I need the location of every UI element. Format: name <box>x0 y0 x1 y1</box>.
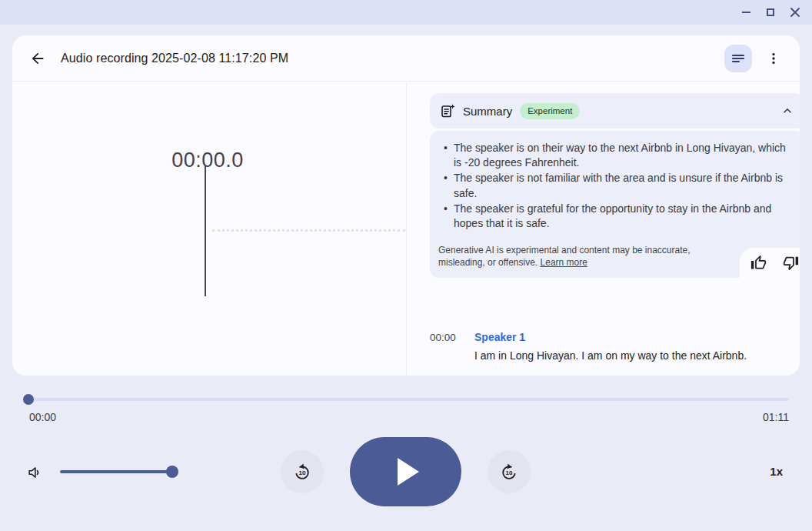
thumbs-up-button[interactable] <box>744 249 772 277</box>
rewind-10-button[interactable]: 10 <box>281 450 324 493</box>
more-options-button[interactable] <box>760 45 787 72</box>
volume-slider[interactable] <box>60 470 174 473</box>
elapsed-time: 00:00 <box>29 411 56 423</box>
arrow-left-icon <box>29 50 46 67</box>
thumbs-down-button[interactable] <box>777 249 800 277</box>
experiment-badge: Experiment <box>520 103 580 119</box>
summary-note-sparkle-icon <box>440 103 456 119</box>
transcript-timestamp: 00:00 <box>430 332 456 343</box>
back-button[interactable] <box>22 43 53 74</box>
svg-text:10: 10 <box>298 469 306 476</box>
seek-slider[interactable] <box>23 398 789 401</box>
summary-body: The speaker is on their way to the next … <box>430 131 800 278</box>
recording-card: Audio recording 2025-02-08 11:17:20 PM 0… <box>12 35 800 376</box>
minimize-button[interactable] <box>734 0 758 25</box>
kebab-menu-icon <box>766 51 781 66</box>
speaker-label[interactable]: Speaker 1 <box>474 331 525 343</box>
play-icon <box>398 458 419 486</box>
play-button[interactable] <box>350 437 461 506</box>
thumbs-up-icon <box>750 255 767 271</box>
summary-feedback <box>740 248 800 278</box>
summary-header[interactable]: Summary Experiment <box>430 93 800 129</box>
transcript-lines-icon <box>730 51 746 66</box>
header-actions <box>724 45 787 72</box>
thumbs-down-icon <box>783 255 799 271</box>
window-titlebar <box>0 0 812 25</box>
genai-disclaimer: Generative AI is experimental and conten… <box>438 244 734 269</box>
svg-text:10: 10 <box>505 469 513 476</box>
replay-10-icon: 10 <box>292 462 312 482</box>
summary-collapse-button[interactable] <box>780 103 795 119</box>
window-controls <box>734 0 807 25</box>
volume-slider-thumb[interactable] <box>166 466 178 478</box>
volume-button[interactable] <box>25 463 44 482</box>
playhead-line <box>205 165 206 296</box>
playback-timer: 00:00.0 <box>12 149 403 172</box>
seek-slider-thumb[interactable] <box>23 394 34 405</box>
transcript-toggle-button[interactable] <box>724 45 752 72</box>
summary-title: Summary <box>463 105 512 118</box>
summary-bullet: The speaker is grateful for the opportun… <box>441 202 789 231</box>
maximize-icon <box>767 8 774 16</box>
forward-10-button[interactable]: 10 <box>488 450 531 493</box>
forward-10-icon: 10 <box>499 462 519 482</box>
waveform-panel: 00:00.0 <box>12 82 406 376</box>
speaker-icon <box>26 464 43 481</box>
transcript-panel: Summary Experiment The speaker is on the… <box>407 82 800 376</box>
maximize-button[interactable] <box>758 0 783 25</box>
total-duration: 01:11 <box>763 411 789 423</box>
page-title: Audio recording 2025-02-08 11:17:20 PM <box>61 52 288 65</box>
recording-header: Audio recording 2025-02-08 11:17:20 PM <box>12 35 800 82</box>
minimize-icon <box>742 12 750 13</box>
close-icon <box>790 8 800 17</box>
chevron-up-icon <box>780 103 795 119</box>
close-button[interactable] <box>783 0 807 25</box>
summary-bullet: The speaker is on their way to the next … <box>441 141 789 170</box>
learn-more-link[interactable]: Learn more <box>541 257 587 268</box>
waveform-baseline <box>212 229 405 232</box>
playback-speed-button[interactable]: 1x <box>770 465 783 478</box>
transcript-text: I am in Long Hivayan. I am on my way to … <box>474 349 782 363</box>
summary-bullet: The speaker is not familiar with the are… <box>441 171 789 200</box>
summary-bullet-list: The speaker is on their way to the next … <box>441 141 789 231</box>
